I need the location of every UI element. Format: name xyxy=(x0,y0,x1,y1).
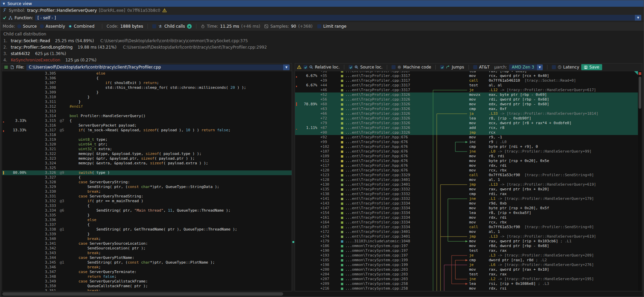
source-line[interactable]: 3,333 { xyxy=(2,204,292,208)
source-line[interactable]: 3,342 SendSourceLocation( ptr ); xyxy=(2,246,292,251)
asm-line[interactable]: +102...ent\TracyProfiler.hpp:676cmpbyte … xyxy=(295,144,642,149)
asm-line[interactable]: +207...ommon\TracySystem.cpp:203jne.L2 -… xyxy=(295,277,642,281)
source-line[interactable]: 3,351 break; xyxy=(2,289,292,291)
asm-line[interactable]: +216...ommon\TracySystem.cpp:258movrdx, … xyxy=(295,286,642,291)
source-line[interactable]: 3,311 } xyxy=(2,100,292,104)
asm-line[interactable]: +143...ent\TracyProfiler.cpp:3334movr9d,… xyxy=(295,201,642,206)
source-line[interactable]: 3,316 ServerQueryPacket payload; xyxy=(2,123,292,128)
relative-loc-checkbox[interactable] xyxy=(303,65,307,69)
asm-line[interactable]: +117...ent\TracyProfiler.hpp:676movrdx, … xyxy=(295,163,642,168)
asm-line-source-loc[interactable]: ...ent\TracyProfiler.cpp:3401 xyxy=(341,182,425,187)
asm-line[interactable]: +31...ent\TracyProfiler.cpp:3317learax, … xyxy=(295,71,642,74)
source-loc-checkbox[interactable] xyxy=(349,65,353,69)
asm-line-source-loc[interactable]: ...ent\TracyProfiler.cpp:3317 xyxy=(341,71,425,74)
asm-line-source-loc[interactable]: ...ent\TracyProfiler.cpp:3326 xyxy=(341,92,425,97)
source-line[interactable]: 3,307 if( shouldExit ) return; xyxy=(2,81,292,85)
source-line[interactable]: 3,340 break; xyxy=(2,237,292,241)
source-line[interactable]: 3,329 SendString( ptr, (const char*)ptr,… xyxy=(2,185,292,189)
source-line[interactable]: 3,348 return false; xyxy=(2,274,292,279)
asm-line[interactable]: +190...ommon\TracySystem.cpp:197testrax,… xyxy=(295,248,642,253)
asm-line-source-loc[interactable]: ...ommon\TracySystem.cpp:258 xyxy=(341,281,425,286)
asm-line[interactable]: +164...ent\TracyProfiler.cpp:3334movrcx,… xyxy=(295,220,642,225)
att-checkbox[interactable] xyxy=(473,65,477,69)
source-line[interactable]: 3,319 uint8_t type; xyxy=(2,137,292,142)
child-call-name[interactable]: tracy::Socket::Read xyxy=(11,38,50,43)
asm-line-source-loc[interactable]: ...ommon\TracySystem.cpp:197 xyxy=(341,253,425,258)
child-call-entry[interactable]: 4.KeSynchronizeExecution125 μs (0.27%) xyxy=(0,57,644,63)
asm-line[interactable]: +147...ent\TracyProfiler.cpp:3334movbyte… xyxy=(295,206,642,211)
asm-line-source-loc[interactable]: ...ent\TracyProfiler.cpp:3401 xyxy=(341,234,425,239)
asm-line[interactable]: +109...ent\TracyProfiler.hpp:676movr8, r… xyxy=(295,154,642,159)
asm-line[interactable]: 6.67%+35...ent\TracyProfiler.cpp:3317mov… xyxy=(295,74,642,78)
source-line[interactable]: 3,310 } xyxy=(2,95,292,100)
child-call-name[interactable]: tracy::Profiler::SendLongString xyxy=(11,45,73,50)
source-line[interactable]: 3,318 xyxy=(2,133,292,137)
asm-line-source-loc[interactable]: ...ommon\TracySystem.cpp:197 xyxy=(341,248,425,253)
asm-line-source-loc[interactable]: ...ommon\TracySystem.cpp:203 xyxy=(341,277,425,281)
source-line[interactable]: 3,337 { xyxy=(2,222,292,227)
source-line[interactable]: 3,323 memcpy( &ptr, &payload.ptr, sizeof… xyxy=(2,156,292,161)
child-calls-checkbox[interactable] xyxy=(152,24,156,28)
mode-radio-source[interactable]: Source xyxy=(17,24,37,29)
latency-toggle[interactable]: Latency xyxy=(552,65,579,70)
horizontal-scrollbar-thumb[interactable] xyxy=(2,292,283,296)
asm-line-source-loc[interactable]: ...ent\TracyProfiler.cpp:3329 xyxy=(341,173,425,178)
asm-line-source-loc[interactable]: ...ent\TracyProfiler.cpp:3334 xyxy=(341,211,425,215)
asm-line[interactable]: +135...ent\TracyProfiler.cpp:3332movrax,… xyxy=(295,187,642,192)
asm-line-source-loc[interactable]: ...ent\TracyProfiler.cpp:3326 xyxy=(341,121,425,126)
source-line[interactable]: 3,339 } xyxy=(2,232,292,237)
source-line[interactable]: 3,331 case ServerQueryThreadString: xyxy=(2,194,292,199)
asm-line[interactable]: +209...ommon\TracySystem.cpp:258learsi, … xyxy=(295,281,642,286)
source-line[interactable]: 3,349 case ServerQueryCallstackFrame: xyxy=(2,279,292,284)
source-line[interactable]: 3,343 break; xyxy=(2,251,292,255)
asm-line-source-loc[interactable]: ...ent\TracyProfiler.cpp:3334 xyxy=(341,206,425,211)
asm-line[interactable]: +72...ent\TracyProfiler.cpp:3326lear8, [… xyxy=(295,116,642,121)
asm-line[interactable]: +161...ent\TracyProfiler.cpp:3334movrdx,… xyxy=(295,215,642,220)
source-line[interactable]: 3,345@1 SendString( ptr, (const char*)pt… xyxy=(2,260,292,265)
asm-line[interactable]: +141...ent\TracyProfiler.cpp:3332jne.L1 … xyxy=(295,196,642,201)
asm-line-source-loc[interactable]: ...ent\TracyProfiler.cpp:3332 xyxy=(341,187,425,192)
source-line[interactable]: 3,312#endif xyxy=(2,104,292,109)
asm-line-source-loc[interactable]: ...ent\TracyProfiler.hpp:676 xyxy=(341,135,425,140)
asm-line[interactable]: +92...ent\TracyProfiler.hpp:676movr9, -1 xyxy=(295,135,642,140)
source-line[interactable]: 3,344 case ServerQueryPlotName: xyxy=(2,255,292,260)
asm-line[interactable]: +120...ent\TracyProfiler.hpp:676movrcx, … xyxy=(295,168,642,173)
asm-line-source-loc[interactable]: ...ent\TracyProfiler.cpp:3326 xyxy=(341,111,425,116)
asm-line[interactable]: +56...ent\TracyProfiler.cpp:3326movrdi, … xyxy=(295,97,642,102)
asm-line[interactable]: +46...ent\TracyProfiler.cpp:3317je.L12 -… xyxy=(295,88,642,92)
source-line[interactable]: 3,308 std::this_thread::sleep_for( std::… xyxy=(2,85,292,90)
mode-radio-combined[interactable]: Combined xyxy=(68,24,95,29)
asm-line[interactable]: +193...ommon\TracySystem.cpp:197je.L3 ->… xyxy=(295,253,642,258)
asm-line[interactable]: +79...ent\TracyProfiler.cpp:3326movecx, … xyxy=(295,121,642,126)
asm-line[interactable]: +112...ent\TracyProfiler.hpp:676movbyte … xyxy=(295,159,642,163)
asm-line[interactable]: 1.11%+87...ent\TracyProfiler.cpp:3326add… xyxy=(295,126,642,130)
asm-line-source-loc[interactable]: ...ent\TracyProfiler.hpp:676 xyxy=(341,149,425,154)
horizontal-scrollbar[interactable] xyxy=(2,292,642,296)
asm-line-source-loc[interactable]: ...ent\TracyProfiler.cpp:3326 xyxy=(341,107,425,111)
source-line[interactable]: 3,335 } xyxy=(2,213,292,218)
splitter-grip-handle[interactable] xyxy=(292,241,294,243)
source-loc-toggle[interactable]: Source loc. xyxy=(349,65,382,70)
asm-line[interactable]: +99...ent\TracyProfiler.hpp:676incr9 ; .… xyxy=(295,140,642,144)
relative-loc-toggle[interactable]: Relative loc. xyxy=(303,65,340,70)
asm-line-source-loc[interactable]: ...ent\TracyProfiler.hpp:676 xyxy=(341,144,425,149)
asm-line[interactable]: +107...ent\TracyProfiler.hpp:676jne.L0 -… xyxy=(295,149,642,154)
machine-code-toggle[interactable]: Machine code xyxy=(392,65,431,70)
source-line[interactable]: 3,305 else xyxy=(2,71,292,76)
machine-code-checkbox[interactable] xyxy=(392,65,396,69)
asm-line-source-loc[interactable]: ...ommon\TracySystem.cpp:197 xyxy=(341,244,425,248)
collapse-arrow-icon[interactable]: ▼ xyxy=(3,2,5,5)
asm-line[interactable]: +130...ent\TracyProfiler.cpp:3401jmp.L13… xyxy=(295,182,642,187)
source-line[interactable]: 3,332@3 if( ptr == m_mainThread ) xyxy=(2,199,292,204)
titlebar[interactable]: ▼ Source view xyxy=(0,0,644,7)
asm-line-source-loc[interactable]: ...ent\TracyProfiler.hpp:676 xyxy=(341,163,425,168)
source-line[interactable]: 3,324 memcpy( &extra, &payload.extra, si… xyxy=(2,161,292,166)
asm-line[interactable]: +39...ent\TracyProfiler.cpp:3317call0x7f… xyxy=(295,78,642,83)
asm-line-source-loc[interactable]: ...ent\TracyProfiler.cpp:3334 xyxy=(341,220,425,225)
mode-radio-assembly[interactable]: Assembly xyxy=(40,24,65,29)
asm-line[interactable]: 6.67%+44...ent\TracyProfiler.cpp:3317tes… xyxy=(295,83,642,88)
asm-line-source-loc[interactable]: ...ent\TracyProfiler.hpp:676 xyxy=(341,168,425,173)
asm-line-source-loc[interactable]: ...ent\TracyProfiler.cpp:3334 xyxy=(341,225,425,230)
source-line[interactable]: 3,347 case ServerQueryTerminate: xyxy=(2,270,292,274)
source-line[interactable]: 3,328 case ServerQueryString: xyxy=(2,180,292,185)
